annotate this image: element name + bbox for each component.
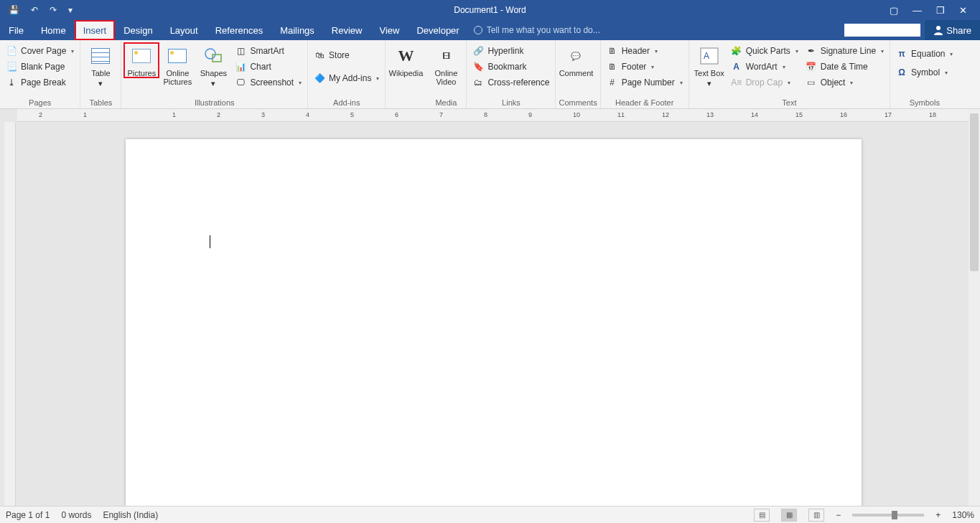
tab-review[interactable]: Review [323, 20, 371, 40]
document-workspace: 21123456789101112131415161718 [0, 109, 980, 506]
group-label: Pages [3, 98, 77, 107]
ruler-tick: 18 [929, 111, 936, 118]
quick-parts-button[interactable]: 🧩Quick Parts▾ [728, 43, 801, 59]
object-icon: ▭ [806, 77, 817, 88]
symbol-button[interactable]: ΩSymbol▾ [893, 65, 956, 80]
document-page[interactable] [126, 139, 862, 523]
ruler-tick: 9 [528, 111, 532, 118]
zoom-in-button[interactable]: + [935, 510, 941, 520]
status-words[interactable]: 0 words [61, 510, 91, 520]
smartart-button[interactable]: ◫SmartArt [232, 43, 304, 59]
group-links: 🔗Hyperlink 🔖Bookmark 🗂Cross-reference Li… [467, 40, 556, 108]
text-cursor [210, 235, 210, 248]
tab-layout[interactable]: Layout [162, 20, 207, 40]
ruler-tick: 11 [617, 111, 625, 118]
comment-icon: 💬 [564, 44, 587, 67]
chart-button[interactable]: 📊Chart [232, 59, 304, 75]
drop-cap-button[interactable]: A≡Drop Cap▾ [728, 75, 801, 90]
tab-developer[interactable]: Developer [408, 20, 467, 40]
ruler-tick: 13 [706, 111, 714, 118]
svg-text:A: A [704, 51, 709, 61]
shapes-button[interactable]: Shapes▾ [196, 43, 230, 88]
table-button[interactable]: Table▾ [83, 43, 118, 88]
qat-more-icon[interactable]: ▾ [68, 5, 73, 15]
object-button[interactable]: ▭Object▾ [803, 75, 887, 90]
status-language[interactable]: English (India) [103, 510, 158, 520]
cover-page-icon: 📄 [6, 45, 17, 57]
table-icon [89, 44, 112, 67]
redo-icon[interactable]: ↷ [50, 5, 57, 15]
tab-view[interactable]: View [370, 20, 408, 40]
view-read-mode-button[interactable]: ▤ [754, 509, 770, 522]
header-button[interactable]: 🗎Header▾ [604, 43, 686, 59]
ruler-tick: 10 [573, 111, 580, 118]
ruler-tick: 17 [885, 111, 892, 118]
screenshot-icon: 🖵 [235, 77, 246, 88]
group-header-footer: 🗎Header▾ 🗎Footer▾ #Page Number▾ Header &… [601, 40, 689, 108]
tab-mailings[interactable]: Mailings [271, 20, 323, 40]
store-button[interactable]: 🛍Store [311, 47, 382, 63]
ribbon-options-icon[interactable]: ▢ [890, 5, 898, 16]
signature-line-button[interactable]: ✒Signature Line▾ [803, 43, 887, 59]
minimize-icon[interactable]: — [913, 5, 922, 16]
ruler-tick: 1 [83, 111, 87, 118]
date-time-button[interactable]: 📅Date & Time [803, 59, 887, 75]
zoom-percent[interactable]: 130% [952, 510, 974, 520]
blank-page-button[interactable]: 📃Blank Page [3, 59, 77, 75]
my-addins-button[interactable]: 🔷My Add-ins▾ [311, 70, 382, 86]
window-controls: ▢ — ❐ ✕ [890, 5, 980, 16]
group-label: Tables [83, 98, 118, 107]
status-page[interactable]: Page 1 of 1 [6, 510, 50, 520]
cross-reference-button[interactable]: 🗂Cross-reference [470, 75, 552, 90]
pictures-button[interactable]: Pictures [124, 43, 159, 77]
tab-design[interactable]: Design [115, 20, 161, 40]
header-icon: 🗎 [607, 45, 618, 57]
online-pictures-icon [166, 44, 189, 67]
tab-file[interactable]: File [0, 20, 32, 40]
online-pictures-button[interactable]: Online Pictures [160, 43, 195, 86]
quick-access-toolbar: 💾 ↶ ↷ ▾ [0, 5, 73, 15]
horizontal-ruler[interactable]: 21123456789101112131415161718 [17, 109, 980, 122]
vertical-ruler[interactable] [4, 122, 16, 506]
screenshot-button[interactable]: 🖵Screenshot▾ [232, 75, 304, 90]
bookmark-button[interactable]: 🔖Bookmark [470, 59, 552, 75]
vertical-scrollbar[interactable] [969, 109, 980, 506]
zoom-slider-knob[interactable] [892, 511, 897, 519]
tell-me-search[interactable]: Tell me what you want to do... [474, 20, 600, 40]
zoom-slider[interactable] [852, 514, 924, 517]
view-web-layout-button[interactable]: ▥ [808, 509, 824, 522]
svg-point-1 [205, 49, 215, 59]
hyperlink-button[interactable]: 🔗Hyperlink [470, 43, 552, 59]
undo-icon[interactable]: ↶ [31, 5, 38, 15]
online-video-icon: 🎞 [434, 44, 457, 67]
group-comments: 💬 Comment Comments [556, 40, 600, 108]
crossref-icon: 🗂 [472, 77, 484, 88]
group-label: Add-ins [311, 98, 382, 107]
ruler-tick: 14 [751, 111, 758, 118]
group-tables: Table▾ Tables [80, 40, 121, 108]
tab-insert[interactable]: Insert [75, 20, 116, 40]
tab-home[interactable]: Home [32, 20, 75, 40]
group-text: A Text Box▾ 🧩Quick Parts▾ AWordArt▾ A≡Dr… [689, 40, 890, 108]
page-number-button[interactable]: #Page Number▾ [604, 75, 686, 90]
tab-references[interactable]: References [207, 20, 271, 40]
page-break-button[interactable]: ⤓Page Break [3, 75, 77, 90]
save-icon[interactable]: 💾 [9, 5, 19, 15]
comment-button[interactable]: 💬 Comment [559, 43, 593, 77]
text-box-button[interactable]: A Text Box▾ [692, 43, 727, 88]
view-print-layout-button[interactable]: ▦ [781, 509, 797, 522]
scrollbar-thumb[interactable] [970, 113, 979, 271]
svg-point-0 [936, 26, 941, 30]
footer-button[interactable]: 🗎Footer▾ [604, 59, 686, 75]
zoom-out-button[interactable]: − [836, 510, 841, 520]
cover-page-button[interactable]: 📄Cover Page▾ [3, 43, 77, 59]
wikipedia-button[interactable]: W Wikipedia [388, 43, 423, 77]
close-icon[interactable]: ✕ [959, 5, 967, 16]
equation-button[interactable]: πEquation▾ [893, 46, 956, 62]
online-video-button[interactable]: 🎞 Online Video [429, 43, 463, 86]
wordart-button[interactable]: AWordArt▾ [728, 59, 801, 75]
status-bar: Page 1 of 1 0 words English (India) ▤ ▦ … [0, 506, 980, 523]
search-box[interactable] [844, 24, 920, 37]
share-button[interactable]: Share [925, 20, 980, 40]
maximize-icon[interactable]: ❐ [936, 5, 945, 16]
